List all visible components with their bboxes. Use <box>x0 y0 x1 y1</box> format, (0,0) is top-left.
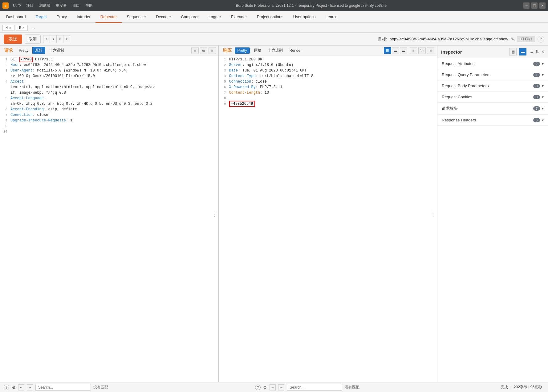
tab-more[interactable]: ... <box>29 25 37 31</box>
response-pane-drag-handle[interactable]: ⋮ <box>430 211 436 217</box>
view-mode-top-btn[interactable]: ▬ <box>392 47 399 54</box>
send-button[interactable]: 发送 <box>4 35 22 44</box>
request-tab-hex[interactable]: 十六进制 <box>47 47 67 54</box>
inspector-section-request-attributes-title: Request Attributes <box>442 61 533 66</box>
inspector-section-body-params-title: Request Body Parameters <box>442 84 533 88</box>
status-next-btn-right[interactable]: → <box>278 384 284 390</box>
menu-resend[interactable]: 重发器 <box>53 2 69 9</box>
menu-window[interactable]: 窗口 <box>70 2 82 9</box>
request-tab-raw[interactable]: 原始 <box>32 47 45 54</box>
status-prev-btn-right[interactable]: ← <box>270 384 276 390</box>
nav-logger[interactable]: Logger <box>204 11 226 23</box>
request-filter-btn[interactable]: ≡ <box>191 47 199 54</box>
cancel-button[interactable]: 取消 <box>25 35 41 44</box>
inspector-section-response-headers[interactable]: Response Headers 6 ▾ <box>437 115 548 126</box>
status-gear-btn-left[interactable]: ⚙ <box>12 385 16 390</box>
inspector-count-query-params: 1 <box>533 73 540 77</box>
nav-user-options[interactable]: User options <box>288 11 321 23</box>
tab-5[interactable]: 5 × <box>16 25 28 31</box>
tab-4[interactable]: 4 × <box>2 25 14 31</box>
nav-intruder[interactable]: Intruder <box>72 11 95 23</box>
request-line-10: 10 <box>0 129 218 134</box>
response-line-9: 9 -498526549 <box>219 101 437 107</box>
request-line-7: 7 Connection: close <box>0 112 218 118</box>
http-help-button[interactable]: ? <box>538 36 544 43</box>
pane-drag-handle[interactable]: ⋮ <box>212 211 218 217</box>
request-menu-btn[interactable]: ≡ <box>209 47 216 54</box>
inspector-view-list-btn[interactable]: ▬ <box>519 48 526 55</box>
inspector-lines-btn[interactable]: ⇅ <box>535 49 539 54</box>
inspector-section-request-headers[interactable]: 请求标头 7 ▾ <box>437 103 548 115</box>
view-mode-icons: ▦ ▬ ▬ <box>384 47 407 54</box>
inspector-section-body-params[interactable]: Request Body Parameters 0 ▾ <box>437 80 548 92</box>
inspector-view-grid-btn[interactable]: ▦ <box>509 48 517 55</box>
nav-repeater[interactable]: Repeater <box>95 11 122 23</box>
edit-url-button[interactable]: ✎ <box>511 37 514 42</box>
response-code-area[interactable]: 1 HTTP/1.1 200 OK 2 Server: nginx/1.18.0… <box>219 55 437 382</box>
nav-project-options[interactable]: Project options <box>252 11 288 23</box>
nav-target[interactable]: Target <box>31 11 52 23</box>
inspector-section-query-params[interactable]: Request Query Parameters 1 ▾ <box>437 69 548 80</box>
http-version-badge[interactable]: HTTP/1 <box>517 36 535 42</box>
inspector-count-body-params: 0 <box>533 84 540 88</box>
response-filter-btn[interactable]: ≡ <box>410 47 417 54</box>
next-dropdown-button[interactable]: ▾ <box>63 35 70 43</box>
response-tab-hex[interactable]: 十六进制 <box>265 47 286 54</box>
prev-button[interactable]: < <box>43 35 50 43</box>
request-newline-btn[interactable]: \n <box>200 47 207 54</box>
request-line-1: 1 GET /?r=0 HTTP/1.1 <box>0 57 218 62</box>
nav-comparer[interactable]: Comparer <box>176 11 204 23</box>
nav-dashboard[interactable]: Dashboard <box>1 11 31 23</box>
response-no-match: 没有匹配 <box>345 385 359 390</box>
nav-extender[interactable]: Extender <box>226 11 252 23</box>
status-help-btn-left[interactable]: ? <box>4 385 9 390</box>
chevron-down-icon-3: ▾ <box>542 84 544 88</box>
menu-help[interactable]: 帮助 <box>83 2 95 9</box>
inspector-section-query-params-title: Request Query Parameters <box>442 72 533 77</box>
title-bar: B Burp 项目 测试器 重发器 窗口 帮助 Burp Suite Profe… <box>0 0 548 11</box>
nav-bar: Dashboard Target Proxy Intruder Repeater… <box>0 11 548 23</box>
response-search-input[interactable] <box>287 384 342 391</box>
nav-learn[interactable]: Learn <box>321 11 341 23</box>
status-next-btn-left[interactable]: → <box>27 384 33 390</box>
status-prev-btn-left[interactable]: ← <box>18 384 24 390</box>
view-mode-split-btn[interactable]: ▦ <box>384 47 391 54</box>
tab-5-label: 5 <box>19 26 21 30</box>
status-gear-btn-right[interactable]: ⚙ <box>263 385 267 390</box>
request-search-input[interactable] <box>35 384 91 391</box>
request-tab-pretty[interactable]: Pretty <box>16 47 31 54</box>
tab-4-label: 4 <box>6 26 8 30</box>
response-tab-render[interactable]: Render <box>287 47 304 54</box>
chevron-down-icon-2: ▾ <box>542 73 544 77</box>
nav-proxy[interactable]: Proxy <box>52 11 72 23</box>
nav-decoder[interactable]: Decoder <box>151 11 176 23</box>
prev-dropdown-button[interactable]: ▾ <box>50 35 57 43</box>
nav-sequencer[interactable]: Sequencer <box>122 11 151 23</box>
menu-burp[interactable]: Burp <box>10 2 23 9</box>
inspector-section-cookies[interactable]: Request Cookies 0 ▾ <box>437 92 548 103</box>
inspector-header: Inspector ▦ ▬ ≡ ⇅ × <box>437 46 548 58</box>
inspector-close-button[interactable]: × <box>542 49 544 55</box>
status-help-btn-right[interactable]: ? <box>255 385 261 390</box>
response-tab-pretty[interactable]: Pretty <box>235 47 250 54</box>
inspector-section-request-attributes[interactable]: Request Attributes 2 ▾ <box>437 58 548 69</box>
inspector-sort-btn[interactable]: ≡ <box>530 49 533 54</box>
response-tab-raw[interactable]: 原始 <box>251 47 264 54</box>
maximize-button[interactable]: □ <box>531 2 538 9</box>
next-button[interactable]: > <box>57 35 63 43</box>
response-newline-btn[interactable]: \n <box>418 47 426 54</box>
response-line-7: 7 Content-Length: 10 <box>219 90 437 96</box>
request-code-area[interactable]: 1 GET /?r=0 HTTP/1.1 2 Host: ec04f93e-2d… <box>0 55 218 382</box>
tabs-row: 4 × 5 × ... <box>0 23 548 33</box>
response-menu-btn[interactable]: ≡ <box>427 47 434 54</box>
status-left: ? ⚙ ← → 没有匹配 <box>4 384 246 391</box>
tab-5-close[interactable]: × <box>22 26 24 30</box>
tab-4-close[interactable]: × <box>9 26 11 30</box>
view-mode-bot-btn[interactable]: ▬ <box>400 47 407 54</box>
url-bar: 目标: http://ec04f93e-2d45-46c4-a39e-7a126… <box>73 36 544 43</box>
menu-test[interactable]: 测试器 <box>37 2 53 9</box>
request-line-6: 6 Accept-Encoding: gzip, deflate <box>0 107 218 112</box>
menu-project[interactable]: 项目 <box>24 2 36 9</box>
minimize-button[interactable]: − <box>523 2 530 9</box>
close-button[interactable]: × <box>539 2 546 9</box>
